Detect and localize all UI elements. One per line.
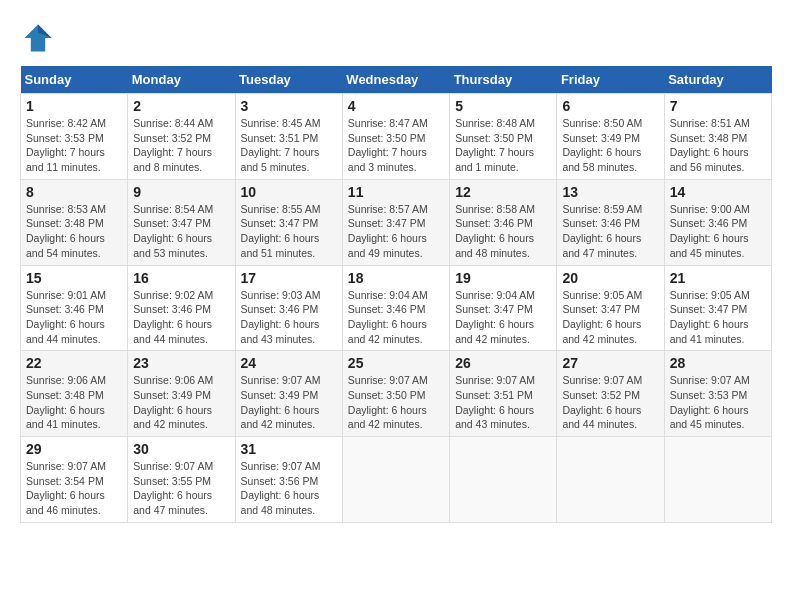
- day-number: 10: [241, 184, 337, 200]
- day-info: Sunrise: 8:53 AM Sunset: 3:48 PM Dayligh…: [26, 202, 122, 261]
- day-number: 22: [26, 355, 122, 371]
- day-info: Sunrise: 8:44 AM Sunset: 3:52 PM Dayligh…: [133, 116, 229, 175]
- day-info: Sunrise: 8:47 AM Sunset: 3:50 PM Dayligh…: [348, 116, 444, 175]
- calendar-day: 9Sunrise: 8:54 AM Sunset: 3:47 PM Daylig…: [128, 179, 235, 265]
- calendar-week: 15Sunrise: 9:01 AM Sunset: 3:46 PM Dayli…: [21, 265, 772, 351]
- calendar-day: 24Sunrise: 9:07 AM Sunset: 3:49 PM Dayli…: [235, 351, 342, 437]
- calendar-day: 10Sunrise: 8:55 AM Sunset: 3:47 PM Dayli…: [235, 179, 342, 265]
- calendar-day: 15Sunrise: 9:01 AM Sunset: 3:46 PM Dayli…: [21, 265, 128, 351]
- day-info: Sunrise: 9:07 AM Sunset: 3:53 PM Dayligh…: [670, 373, 766, 432]
- calendar-week: 1Sunrise: 8:42 AM Sunset: 3:53 PM Daylig…: [21, 94, 772, 180]
- day-number: 25: [348, 355, 444, 371]
- day-number: 18: [348, 270, 444, 286]
- calendar-day: 25Sunrise: 9:07 AM Sunset: 3:50 PM Dayli…: [342, 351, 449, 437]
- day-info: Sunrise: 9:07 AM Sunset: 3:55 PM Dayligh…: [133, 459, 229, 518]
- day-info: Sunrise: 9:05 AM Sunset: 3:47 PM Dayligh…: [670, 288, 766, 347]
- calendar-day: 29Sunrise: 9:07 AM Sunset: 3:54 PM Dayli…: [21, 437, 128, 523]
- calendar-day: 28Sunrise: 9:07 AM Sunset: 3:53 PM Dayli…: [664, 351, 771, 437]
- calendar-table: SundayMondayTuesdayWednesdayThursdayFrid…: [20, 66, 772, 523]
- day-info: Sunrise: 9:07 AM Sunset: 3:52 PM Dayligh…: [562, 373, 658, 432]
- calendar-day: 5Sunrise: 8:48 AM Sunset: 3:50 PM Daylig…: [450, 94, 557, 180]
- day-info: Sunrise: 8:54 AM Sunset: 3:47 PM Dayligh…: [133, 202, 229, 261]
- day-number: 19: [455, 270, 551, 286]
- day-info: Sunrise: 9:05 AM Sunset: 3:47 PM Dayligh…: [562, 288, 658, 347]
- weekday-header: Tuesday: [235, 66, 342, 94]
- calendar-day: 26Sunrise: 9:07 AM Sunset: 3:51 PM Dayli…: [450, 351, 557, 437]
- day-number: 17: [241, 270, 337, 286]
- calendar-day: 31Sunrise: 9:07 AM Sunset: 3:56 PM Dayli…: [235, 437, 342, 523]
- day-number: 4: [348, 98, 444, 114]
- calendar-day: 3Sunrise: 8:45 AM Sunset: 3:51 PM Daylig…: [235, 94, 342, 180]
- day-info: Sunrise: 9:00 AM Sunset: 3:46 PM Dayligh…: [670, 202, 766, 261]
- day-info: Sunrise: 8:57 AM Sunset: 3:47 PM Dayligh…: [348, 202, 444, 261]
- calendar-week: 8Sunrise: 8:53 AM Sunset: 3:48 PM Daylig…: [21, 179, 772, 265]
- day-number: 13: [562, 184, 658, 200]
- day-info: Sunrise: 9:04 AM Sunset: 3:46 PM Dayligh…: [348, 288, 444, 347]
- empty-cell: [450, 437, 557, 523]
- calendar-day: 17Sunrise: 9:03 AM Sunset: 3:46 PM Dayli…: [235, 265, 342, 351]
- day-number: 23: [133, 355, 229, 371]
- calendar-day: 16Sunrise: 9:02 AM Sunset: 3:46 PM Dayli…: [128, 265, 235, 351]
- day-info: Sunrise: 8:42 AM Sunset: 3:53 PM Dayligh…: [26, 116, 122, 175]
- day-number: 15: [26, 270, 122, 286]
- day-info: Sunrise: 9:03 AM Sunset: 3:46 PM Dayligh…: [241, 288, 337, 347]
- header-row: SundayMondayTuesdayWednesdayThursdayFrid…: [21, 66, 772, 94]
- weekday-header: Monday: [128, 66, 235, 94]
- calendar-day: 7Sunrise: 8:51 AM Sunset: 3:48 PM Daylig…: [664, 94, 771, 180]
- weekday-header: Thursday: [450, 66, 557, 94]
- day-info: Sunrise: 8:51 AM Sunset: 3:48 PM Dayligh…: [670, 116, 766, 175]
- day-info: Sunrise: 9:06 AM Sunset: 3:49 PM Dayligh…: [133, 373, 229, 432]
- day-info: Sunrise: 8:58 AM Sunset: 3:46 PM Dayligh…: [455, 202, 551, 261]
- day-number: 12: [455, 184, 551, 200]
- day-number: 16: [133, 270, 229, 286]
- calendar-day: 13Sunrise: 8:59 AM Sunset: 3:46 PM Dayli…: [557, 179, 664, 265]
- day-info: Sunrise: 9:07 AM Sunset: 3:54 PM Dayligh…: [26, 459, 122, 518]
- day-number: 1: [26, 98, 122, 114]
- empty-cell: [664, 437, 771, 523]
- day-info: Sunrise: 9:07 AM Sunset: 3:51 PM Dayligh…: [455, 373, 551, 432]
- day-info: Sunrise: 8:45 AM Sunset: 3:51 PM Dayligh…: [241, 116, 337, 175]
- day-info: Sunrise: 9:01 AM Sunset: 3:46 PM Dayligh…: [26, 288, 122, 347]
- calendar-day: 21Sunrise: 9:05 AM Sunset: 3:47 PM Dayli…: [664, 265, 771, 351]
- day-number: 7: [670, 98, 766, 114]
- calendar-week: 29Sunrise: 9:07 AM Sunset: 3:54 PM Dayli…: [21, 437, 772, 523]
- calendar-week: 22Sunrise: 9:06 AM Sunset: 3:48 PM Dayli…: [21, 351, 772, 437]
- day-number: 6: [562, 98, 658, 114]
- day-number: 9: [133, 184, 229, 200]
- weekday-header: Friday: [557, 66, 664, 94]
- page-header: [20, 20, 772, 56]
- calendar-day: 1Sunrise: 8:42 AM Sunset: 3:53 PM Daylig…: [21, 94, 128, 180]
- day-number: 30: [133, 441, 229, 457]
- logo-icon: [20, 20, 56, 56]
- weekday-header: Sunday: [21, 66, 128, 94]
- calendar-day: 20Sunrise: 9:05 AM Sunset: 3:47 PM Dayli…: [557, 265, 664, 351]
- day-info: Sunrise: 8:59 AM Sunset: 3:46 PM Dayligh…: [562, 202, 658, 261]
- day-info: Sunrise: 8:48 AM Sunset: 3:50 PM Dayligh…: [455, 116, 551, 175]
- calendar-day: 12Sunrise: 8:58 AM Sunset: 3:46 PM Dayli…: [450, 179, 557, 265]
- day-number: 3: [241, 98, 337, 114]
- logo: [20, 20, 60, 56]
- day-number: 2: [133, 98, 229, 114]
- weekday-header: Wednesday: [342, 66, 449, 94]
- day-number: 8: [26, 184, 122, 200]
- calendar-day: 11Sunrise: 8:57 AM Sunset: 3:47 PM Dayli…: [342, 179, 449, 265]
- day-info: Sunrise: 9:06 AM Sunset: 3:48 PM Dayligh…: [26, 373, 122, 432]
- calendar-day: 8Sunrise: 8:53 AM Sunset: 3:48 PM Daylig…: [21, 179, 128, 265]
- day-info: Sunrise: 9:04 AM Sunset: 3:47 PM Dayligh…: [455, 288, 551, 347]
- day-number: 20: [562, 270, 658, 286]
- day-info: Sunrise: 8:50 AM Sunset: 3:49 PM Dayligh…: [562, 116, 658, 175]
- calendar-day: 4Sunrise: 8:47 AM Sunset: 3:50 PM Daylig…: [342, 94, 449, 180]
- calendar-day: 18Sunrise: 9:04 AM Sunset: 3:46 PM Dayli…: [342, 265, 449, 351]
- day-number: 26: [455, 355, 551, 371]
- calendar-day: 23Sunrise: 9:06 AM Sunset: 3:49 PM Dayli…: [128, 351, 235, 437]
- calendar-day: 19Sunrise: 9:04 AM Sunset: 3:47 PM Dayli…: [450, 265, 557, 351]
- day-number: 5: [455, 98, 551, 114]
- day-number: 11: [348, 184, 444, 200]
- calendar-day: 14Sunrise: 9:00 AM Sunset: 3:46 PM Dayli…: [664, 179, 771, 265]
- day-number: 27: [562, 355, 658, 371]
- calendar-day: 2Sunrise: 8:44 AM Sunset: 3:52 PM Daylig…: [128, 94, 235, 180]
- day-number: 21: [670, 270, 766, 286]
- calendar-day: 27Sunrise: 9:07 AM Sunset: 3:52 PM Dayli…: [557, 351, 664, 437]
- empty-cell: [557, 437, 664, 523]
- calendar-day: 6Sunrise: 8:50 AM Sunset: 3:49 PM Daylig…: [557, 94, 664, 180]
